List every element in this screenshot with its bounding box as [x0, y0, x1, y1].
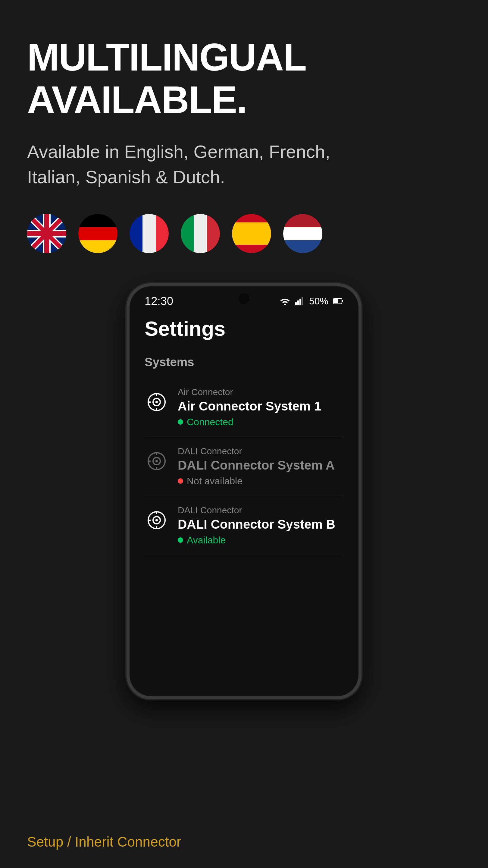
svg-point-46: [156, 460, 158, 462]
system-name-2: DALI Connector System A: [178, 458, 344, 472]
svg-rect-27: [283, 214, 322, 227]
flag-nl: [283, 214, 322, 253]
camera-notch: [238, 293, 250, 304]
flag-fr: [130, 214, 169, 253]
connector-icon-3: [144, 508, 169, 532]
headline: MULTILINGUALAVAILABLE.: [27, 36, 461, 121]
svg-point-30: [284, 304, 286, 305]
svg-rect-22: [207, 214, 220, 253]
svg-rect-25: [232, 222, 271, 245]
breadcrumb-bar[interactable]: Setup / Inherit Connector: [27, 834, 181, 850]
connector-icon-2: [144, 449, 169, 473]
page-container: MULTILINGUALAVAILABLE. Available in Engl…: [0, 0, 488, 868]
svg-rect-20: [181, 214, 194, 253]
svg-rect-13: [78, 227, 118, 240]
svg-rect-18: [156, 214, 169, 253]
system-item-3[interactable]: DALI Connector DALI Connector System B A…: [144, 496, 344, 555]
svg-point-40: [156, 401, 158, 403]
system-item-info-2: DALI Connector DALI Connector System A N…: [178, 446, 344, 487]
flag-es: [232, 214, 271, 253]
svg-rect-17: [142, 214, 156, 253]
svg-point-52: [156, 519, 158, 521]
status-text-3: Available: [187, 535, 226, 546]
status-text-2: Not available: [187, 475, 242, 487]
settings-title: Settings: [144, 317, 344, 340]
svg-rect-14: [78, 240, 118, 253]
system-item-1[interactable]: Air Connector Air Connector System 1 Con…: [144, 378, 344, 437]
system-item-info-3: DALI Connector DALI Connector System B A…: [178, 505, 344, 546]
status-icons: 50%: [280, 296, 344, 307]
status-dot-1: [178, 419, 183, 425]
signal-icon: [295, 297, 304, 305]
svg-rect-32: [297, 301, 299, 305]
svg-rect-31: [295, 302, 297, 305]
svg-rect-28: [283, 227, 322, 240]
system-type-3: DALI Connector: [178, 505, 344, 516]
flag-it: [181, 214, 220, 253]
status-dot-3: [178, 537, 183, 543]
system-type-1: Air Connector: [178, 387, 344, 397]
svg-rect-12: [78, 214, 118, 227]
breadcrumb-text[interactable]: Setup / Inherit Connector: [27, 834, 181, 849]
svg-rect-16: [130, 214, 142, 253]
svg-rect-36: [342, 300, 343, 302]
system-status-2: Not available: [178, 475, 344, 487]
flags-row: [27, 214, 461, 253]
battery-icon: [333, 298, 344, 304]
connector-icon-1: [144, 390, 169, 414]
status-text-1: Connected: [187, 416, 233, 428]
flag-de: [78, 214, 118, 253]
svg-rect-21: [194, 214, 207, 253]
phone-screen: 12:30 50%: [130, 286, 358, 696]
system-type-2: DALI Connector: [178, 446, 344, 456]
svg-rect-33: [299, 299, 301, 305]
status-dot-2: [178, 478, 183, 484]
system-status-1: Connected: [178, 416, 344, 428]
flag-uk: [27, 214, 66, 253]
svg-rect-37: [334, 299, 338, 303]
systems-label: Systems: [144, 355, 344, 369]
system-name-1: Air Connector System 1: [178, 399, 344, 413]
status-time: 12:30: [144, 295, 173, 308]
wifi-icon: [280, 297, 290, 305]
subtitle: Available in English, German, French,Ita…: [27, 139, 461, 190]
phone-mockup: 12:30 50%: [127, 283, 361, 699]
screen-content: Settings Systems: [130, 311, 358, 696]
system-item-info-1: Air Connector Air Connector System 1 Con…: [178, 387, 344, 428]
svg-rect-34: [301, 297, 303, 305]
battery-text: 50%: [309, 296, 328, 307]
system-status-3: Available: [178, 535, 344, 546]
system-item-2[interactable]: DALI Connector DALI Connector System A N…: [144, 437, 344, 496]
system-name-3: DALI Connector System B: [178, 517, 344, 532]
phone-wrapper: 12:30 50%: [27, 283, 461, 850]
svg-rect-29: [283, 240, 322, 253]
